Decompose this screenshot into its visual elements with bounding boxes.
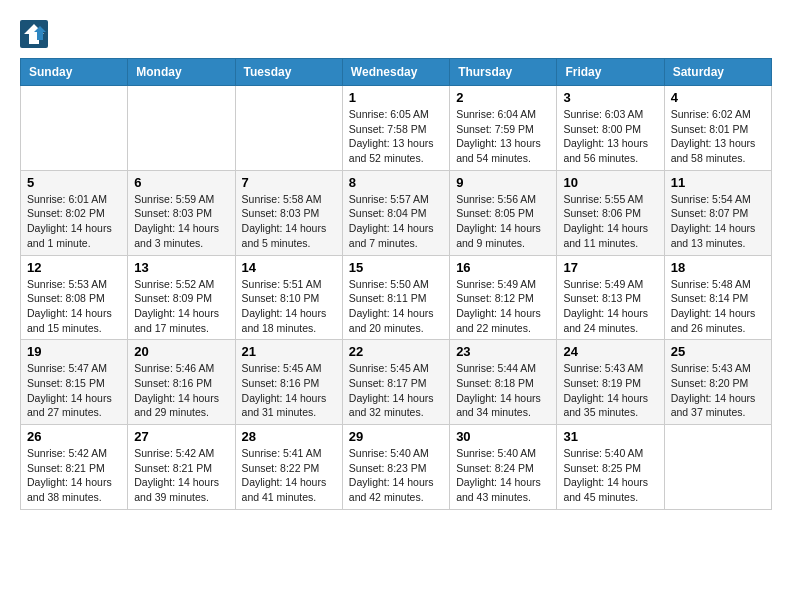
- header-cell-sunday: Sunday: [21, 59, 128, 86]
- daylight-text: Daylight: 14 hours and 42 minutes.: [349, 475, 443, 504]
- calendar-cell: [128, 86, 235, 171]
- sunset-text: Sunset: 8:09 PM: [134, 291, 228, 306]
- day-info: Sunrise: 5:44 AM Sunset: 8:18 PM Dayligh…: [456, 361, 550, 420]
- header-cell-tuesday: Tuesday: [235, 59, 342, 86]
- calendar-cell: 21 Sunrise: 5:45 AM Sunset: 8:16 PM Dayl…: [235, 340, 342, 425]
- header-cell-thursday: Thursday: [450, 59, 557, 86]
- sunset-text: Sunset: 7:58 PM: [349, 122, 443, 137]
- day-info: Sunrise: 5:42 AM Sunset: 8:21 PM Dayligh…: [134, 446, 228, 505]
- daylight-text: Daylight: 14 hours and 22 minutes.: [456, 306, 550, 335]
- day-info: Sunrise: 5:47 AM Sunset: 8:15 PM Dayligh…: [27, 361, 121, 420]
- day-number: 3: [563, 90, 657, 105]
- day-info: Sunrise: 5:56 AM Sunset: 8:05 PM Dayligh…: [456, 192, 550, 251]
- calendar-cell: 27 Sunrise: 5:42 AM Sunset: 8:21 PM Dayl…: [128, 425, 235, 510]
- sunrise-text: Sunrise: 5:41 AM: [242, 446, 336, 461]
- day-number: 15: [349, 260, 443, 275]
- sunset-text: Sunset: 8:22 PM: [242, 461, 336, 476]
- day-number: 30: [456, 429, 550, 444]
- sunset-text: Sunset: 8:25 PM: [563, 461, 657, 476]
- daylight-text: Daylight: 14 hours and 15 minutes.: [27, 306, 121, 335]
- sunset-text: Sunset: 8:21 PM: [27, 461, 121, 476]
- calendar-cell: 25 Sunrise: 5:43 AM Sunset: 8:20 PM Dayl…: [664, 340, 771, 425]
- sunrise-text: Sunrise: 6:01 AM: [27, 192, 121, 207]
- day-info: Sunrise: 5:42 AM Sunset: 8:21 PM Dayligh…: [27, 446, 121, 505]
- day-number: 10: [563, 175, 657, 190]
- day-info: Sunrise: 6:04 AM Sunset: 7:59 PM Dayligh…: [456, 107, 550, 166]
- day-number: 2: [456, 90, 550, 105]
- daylight-text: Daylight: 13 hours and 54 minutes.: [456, 136, 550, 165]
- day-number: 6: [134, 175, 228, 190]
- day-number: 24: [563, 344, 657, 359]
- calendar-cell: 12 Sunrise: 5:53 AM Sunset: 8:08 PM Dayl…: [21, 255, 128, 340]
- header-cell-monday: Monday: [128, 59, 235, 86]
- calendar-cell: [664, 425, 771, 510]
- daylight-text: Daylight: 13 hours and 52 minutes.: [349, 136, 443, 165]
- sunrise-text: Sunrise: 6:03 AM: [563, 107, 657, 122]
- day-number: 18: [671, 260, 765, 275]
- sunrise-text: Sunrise: 5:40 AM: [563, 446, 657, 461]
- calendar-header: SundayMondayTuesdayWednesdayThursdayFrid…: [21, 59, 772, 86]
- sunset-text: Sunset: 8:18 PM: [456, 376, 550, 391]
- sunset-text: Sunset: 8:14 PM: [671, 291, 765, 306]
- day-info: Sunrise: 5:54 AM Sunset: 8:07 PM Dayligh…: [671, 192, 765, 251]
- day-number: 23: [456, 344, 550, 359]
- daylight-text: Daylight: 14 hours and 32 minutes.: [349, 391, 443, 420]
- sunset-text: Sunset: 8:23 PM: [349, 461, 443, 476]
- day-info: Sunrise: 5:45 AM Sunset: 8:16 PM Dayligh…: [242, 361, 336, 420]
- week-row-2: 12 Sunrise: 5:53 AM Sunset: 8:08 PM Dayl…: [21, 255, 772, 340]
- day-number: 29: [349, 429, 443, 444]
- sunrise-text: Sunrise: 5:52 AM: [134, 277, 228, 292]
- sunset-text: Sunset: 8:00 PM: [563, 122, 657, 137]
- day-info: Sunrise: 5:46 AM Sunset: 8:16 PM Dayligh…: [134, 361, 228, 420]
- header-cell-saturday: Saturday: [664, 59, 771, 86]
- daylight-text: Daylight: 14 hours and 3 minutes.: [134, 221, 228, 250]
- calendar-cell: 17 Sunrise: 5:49 AM Sunset: 8:13 PM Dayl…: [557, 255, 664, 340]
- day-number: 13: [134, 260, 228, 275]
- calendar-cell: 2 Sunrise: 6:04 AM Sunset: 7:59 PM Dayli…: [450, 86, 557, 171]
- calendar-cell: 18 Sunrise: 5:48 AM Sunset: 8:14 PM Dayl…: [664, 255, 771, 340]
- calendar-table: SundayMondayTuesdayWednesdayThursdayFrid…: [20, 58, 772, 510]
- sunrise-text: Sunrise: 5:56 AM: [456, 192, 550, 207]
- day-number: 31: [563, 429, 657, 444]
- sunrise-text: Sunrise: 6:04 AM: [456, 107, 550, 122]
- daylight-text: Daylight: 14 hours and 26 minutes.: [671, 306, 765, 335]
- calendar-cell: 3 Sunrise: 6:03 AM Sunset: 8:00 PM Dayli…: [557, 86, 664, 171]
- day-number: 19: [27, 344, 121, 359]
- sunrise-text: Sunrise: 5:55 AM: [563, 192, 657, 207]
- sunset-text: Sunset: 8:15 PM: [27, 376, 121, 391]
- day-info: Sunrise: 5:58 AM Sunset: 8:03 PM Dayligh…: [242, 192, 336, 251]
- day-info: Sunrise: 5:51 AM Sunset: 8:10 PM Dayligh…: [242, 277, 336, 336]
- day-info: Sunrise: 5:55 AM Sunset: 8:06 PM Dayligh…: [563, 192, 657, 251]
- sunrise-text: Sunrise: 5:40 AM: [456, 446, 550, 461]
- week-row-4: 26 Sunrise: 5:42 AM Sunset: 8:21 PM Dayl…: [21, 425, 772, 510]
- sunset-text: Sunset: 8:13 PM: [563, 291, 657, 306]
- sunrise-text: Sunrise: 5:53 AM: [27, 277, 121, 292]
- daylight-text: Daylight: 14 hours and 5 minutes.: [242, 221, 336, 250]
- day-info: Sunrise: 5:49 AM Sunset: 8:13 PM Dayligh…: [563, 277, 657, 336]
- calendar-cell: 11 Sunrise: 5:54 AM Sunset: 8:07 PM Dayl…: [664, 170, 771, 255]
- daylight-text: Daylight: 14 hours and 24 minutes.: [563, 306, 657, 335]
- calendar-cell: 30 Sunrise: 5:40 AM Sunset: 8:24 PM Dayl…: [450, 425, 557, 510]
- sunrise-text: Sunrise: 5:54 AM: [671, 192, 765, 207]
- calendar-cell: [21, 86, 128, 171]
- header-cell-friday: Friday: [557, 59, 664, 86]
- sunset-text: Sunset: 8:07 PM: [671, 206, 765, 221]
- calendar-cell: 9 Sunrise: 5:56 AM Sunset: 8:05 PM Dayli…: [450, 170, 557, 255]
- calendar-cell: 14 Sunrise: 5:51 AM Sunset: 8:10 PM Dayl…: [235, 255, 342, 340]
- daylight-text: Daylight: 14 hours and 20 minutes.: [349, 306, 443, 335]
- daylight-text: Daylight: 14 hours and 45 minutes.: [563, 475, 657, 504]
- sunrise-text: Sunrise: 5:58 AM: [242, 192, 336, 207]
- calendar-cell: 26 Sunrise: 5:42 AM Sunset: 8:21 PM Dayl…: [21, 425, 128, 510]
- day-info: Sunrise: 5:43 AM Sunset: 8:20 PM Dayligh…: [671, 361, 765, 420]
- calendar-cell: 22 Sunrise: 5:45 AM Sunset: 8:17 PM Dayl…: [342, 340, 449, 425]
- calendar-cell: 19 Sunrise: 5:47 AM Sunset: 8:15 PM Dayl…: [21, 340, 128, 425]
- calendar-cell: 20 Sunrise: 5:46 AM Sunset: 8:16 PM Dayl…: [128, 340, 235, 425]
- daylight-text: Daylight: 14 hours and 18 minutes.: [242, 306, 336, 335]
- daylight-text: Daylight: 14 hours and 31 minutes.: [242, 391, 336, 420]
- sunset-text: Sunset: 8:01 PM: [671, 122, 765, 137]
- week-row-3: 19 Sunrise: 5:47 AM Sunset: 8:15 PM Dayl…: [21, 340, 772, 425]
- sunset-text: Sunset: 8:20 PM: [671, 376, 765, 391]
- logo-icon: [20, 20, 48, 48]
- sunrise-text: Sunrise: 5:45 AM: [349, 361, 443, 376]
- day-info: Sunrise: 6:01 AM Sunset: 8:02 PM Dayligh…: [27, 192, 121, 251]
